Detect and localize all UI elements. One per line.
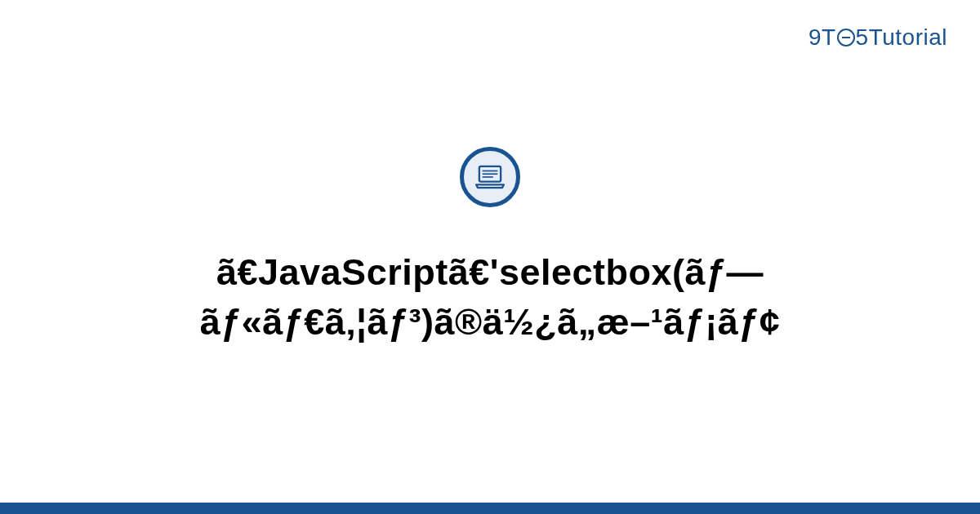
logo-t: T xyxy=(822,24,836,51)
footer-accent-bar xyxy=(0,503,980,514)
laptop-icon xyxy=(460,147,520,207)
clock-icon xyxy=(837,29,855,47)
site-logo: 9 T 5 Tutorial xyxy=(808,24,947,51)
page-title: ã€JavaScriptã€'selectbox(ãƒ—ãƒ«ãƒ€ã‚¦ãƒ³… xyxy=(0,248,980,348)
main-content: ã€JavaScriptã€'selectbox(ãƒ—ãƒ«ãƒ€ã‚¦ãƒ³… xyxy=(0,147,980,348)
laptop-svg xyxy=(474,165,506,189)
logo-nine: 9 xyxy=(808,24,822,51)
logo-five: 5 xyxy=(856,24,869,51)
logo-tutorial: Tutorial xyxy=(869,24,947,51)
